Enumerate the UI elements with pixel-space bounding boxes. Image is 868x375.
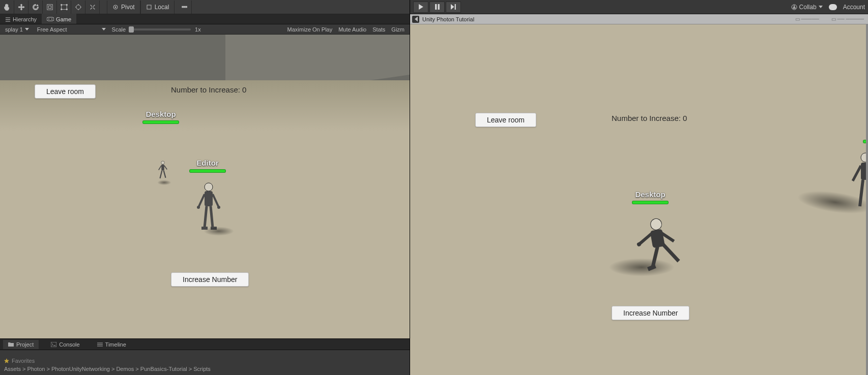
svg-rect-33	[51, 342, 56, 347]
increase-number-button[interactable]: Increase Number	[171, 272, 249, 287]
svg-line-31	[211, 206, 213, 228]
unity-editor-pane: Pivot Local Hierarchy Game splay 1 Free …	[0, 0, 410, 375]
collab-dropdown[interactable]: Collab	[791, 4, 823, 11]
bottom-tab-row: Project Console Timeline	[0, 338, 410, 350]
aspect-dropdown[interactable]: Free Aspect	[35, 26, 108, 33]
cloud-icon[interactable]	[829, 4, 837, 10]
editor-game-viewport[interactable]: Leave room Number to Increase: 0 Desktop…	[0, 35, 410, 338]
aspect-label: Free Aspect	[37, 26, 67, 33]
build-window-titlebar: Unity Photon Tutorial ▭ ───── ▭ ── ─────	[410, 14, 868, 24]
editor-toolbar: Pivot Local	[0, 0, 410, 14]
editor-tab-row: Hierarchy Game	[0, 14, 410, 24]
account-controls: Collab Account	[791, 4, 865, 11]
console-icon	[51, 342, 56, 347]
snap-toggle-icon[interactable]	[178, 1, 192, 14]
local-icon	[146, 4, 152, 10]
gizmos-toggle[interactable]: Gizm	[391, 26, 404, 33]
svg-point-15	[48, 19, 49, 20]
tab-hierarchy[interactable]: Hierarchy	[0, 14, 42, 24]
tab-console[interactable]: Console	[46, 340, 84, 349]
hand-tool-icon[interactable]	[0, 1, 14, 14]
svg-point-7	[76, 5, 80, 9]
svg-line-25	[198, 194, 205, 207]
player-editor-tag: Editor	[189, 159, 226, 173]
svg-point-9	[115, 6, 117, 8]
player-editor-character	[193, 182, 224, 235]
svg-rect-36	[454, 4, 455, 10]
increase-number-label: Increase Number	[183, 275, 237, 284]
play-button[interactable]	[413, 2, 428, 13]
increase-number-button[interactable]: Increase Number	[612, 306, 689, 320]
svg-line-22	[164, 171, 166, 178]
local-toggle[interactable]: Local	[140, 1, 175, 14]
svg-line-29	[205, 206, 207, 228]
rotate-tool-icon[interactable]	[28, 1, 43, 14]
tab-console-label: Console	[59, 341, 79, 348]
player-editor-health	[189, 169, 226, 173]
player-desktop-character	[157, 161, 168, 184]
player-desktop-name: Desktop	[635, 190, 665, 199]
tab-timeline[interactable]: Timeline	[92, 340, 131, 349]
leave-room-button[interactable]: Leave room	[475, 113, 536, 127]
player-desktop-health	[142, 120, 179, 124]
svg-point-16	[51, 19, 52, 20]
transform-tools	[0, 1, 100, 14]
standalone-build-pane: Collab Account Unity Photon Tutorial ▭ ─…	[410, 0, 868, 375]
mute-audio-toggle[interactable]: Mute Audio	[338, 26, 366, 33]
player-desktop-tag: Desktop	[142, 110, 179, 124]
build-toolbar: Collab Account	[410, 0, 868, 14]
player-desktop-name: Desktop	[146, 110, 176, 118]
svg-rect-34	[435, 4, 437, 10]
svg-line-19	[159, 166, 162, 170]
vertical-scrollbar[interactable]	[866, 24, 868, 375]
svg-point-45	[649, 217, 663, 232]
tab-game[interactable]: Game	[42, 14, 76, 24]
svg-point-26	[197, 206, 200, 209]
svg-point-28	[217, 206, 220, 209]
step-button[interactable]	[446, 2, 461, 13]
svg-line-27	[213, 194, 219, 207]
account-dropdown[interactable]: Account	[843, 4, 865, 11]
transform-tool-icon[interactable]	[71, 1, 85, 14]
leave-room-button[interactable]: Leave room	[35, 84, 96, 99]
tab-project[interactable]: Project	[3, 340, 39, 349]
build-game-viewport[interactable]: Leave room Number to Increase: 0 E Deskt…	[410, 24, 868, 375]
favorites-row[interactable]: Favorites	[4, 358, 406, 364]
display-dropdown[interactable]: splay 1	[3, 26, 31, 33]
pivot-toggle[interactable]: Pivot	[107, 1, 140, 14]
unity-logo-icon	[412, 16, 419, 23]
display-label: splay 1	[5, 26, 23, 33]
player-editor-name: Editor	[196, 159, 218, 167]
breadcrumb-text: Assets > Photon > PhotonUnityNetworking …	[4, 366, 211, 372]
stats-toggle[interactable]: Stats	[372, 26, 385, 33]
chevron-down-icon	[102, 28, 106, 30]
svg-rect-13	[186, 6, 187, 8]
svg-rect-0	[47, 4, 52, 10]
custom-tool-icon[interactable]	[85, 1, 100, 14]
scale-slider-thumb[interactable]	[129, 26, 134, 33]
tab-game-label: Game	[56, 16, 71, 22]
rect-tool-icon[interactable]	[57, 1, 71, 14]
leave-room-label: Leave room	[46, 87, 84, 96]
pivot-icon	[112, 4, 119, 10]
leave-room-label: Leave room	[487, 116, 525, 124]
breadcrumb[interactable]: Assets > Photon > PhotonUnityNetworking …	[4, 366, 406, 372]
pause-button[interactable]	[429, 2, 445, 13]
scale-tool-icon[interactable]	[43, 1, 57, 14]
move-tool-icon[interactable]	[14, 1, 28, 14]
scale-value: 1x	[195, 26, 201, 33]
scale-slider[interactable]	[130, 28, 191, 30]
svg-rect-35	[438, 4, 439, 10]
maximize-on-play-toggle[interactable]: Maximize On Play	[287, 26, 333, 33]
play-controls	[413, 2, 461, 13]
svg-point-6	[66, 9, 67, 10]
svg-rect-2	[61, 5, 67, 9]
counter-label: Number to Increase: 0	[171, 85, 246, 94]
svg-line-43	[860, 180, 863, 206]
build-window-title: Unity Photon Tutorial	[422, 16, 474, 22]
menu-ghost-2: ▭ ── ─────	[831, 16, 864, 22]
svg-line-52	[663, 241, 679, 264]
player-editor-character	[848, 151, 868, 214]
svg-point-17	[161, 161, 165, 165]
svg-line-41	[853, 166, 861, 181]
